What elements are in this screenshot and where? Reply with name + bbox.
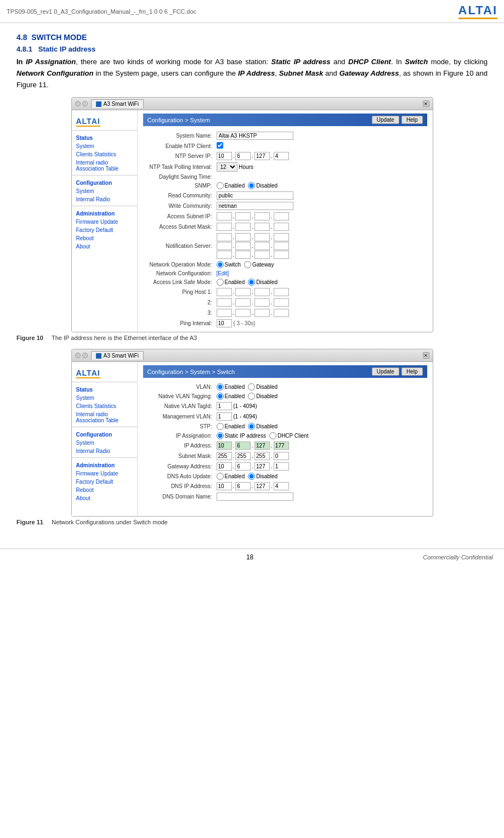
form1-read-community-input[interactable] [217,191,293,200]
sidebar1-factory[interactable]: Factory Default [72,226,137,234]
form1-ntp-ip-3[interactable] [274,152,289,160]
form2-stp-disabled-radio[interactable] [248,423,255,430]
form2-gw-2[interactable] [254,462,270,471]
form1-p3-1[interactable] [235,309,251,317]
sidebar2-factory[interactable]: Factory Default [72,478,137,486]
form2-dns-enabled-radio[interactable] [217,473,224,480]
browser-tab2[interactable]: A3 Smart WiFi [91,351,144,360]
form1-p2-3[interactable] [274,298,289,307]
form1-p3-3[interactable] [274,309,289,317]
ui1-help-btn[interactable]: Help [401,116,423,124]
form2-sm-2[interactable] [254,452,270,460]
sidebar2-clients[interactable]: Clients Statistics [72,402,137,410]
form1-ns2-1[interactable] [235,242,251,250]
form2-sm-1[interactable] [235,452,251,460]
form1-ntp-ip-2[interactable] [254,152,270,160]
sidebar2-internal-radio[interactable]: Internal radio Association Table [72,410,137,424]
sidebar1-internal-radio[interactable]: Internal radio Association Table [72,158,137,173]
form1-network-config-edit[interactable]: [Edit] [217,270,229,276]
form1-p2-2[interactable] [254,298,270,307]
form1-ns3-2[interactable] [254,251,270,259]
form1-system-name-input[interactable] [217,132,293,140]
sidebar1-about[interactable]: About [72,242,137,251]
form1-p1-1[interactable] [235,288,251,296]
browser-close2[interactable]: ✕ [423,352,429,359]
form2-static-ip-radio[interactable] [217,432,224,439]
form2-dns-1[interactable] [235,482,251,490]
sidebar2-firmware[interactable]: Firmware Update [72,469,137,478]
form1-ping-interval-input[interactable] [217,319,232,327]
form1-p3-0[interactable] [217,309,232,317]
form2-sm-0[interactable] [217,452,232,460]
browser-tab1[interactable]: A3 Smart WiFi [91,99,144,108]
sidebar1-system[interactable]: System [72,142,137,150]
form2-ip-1[interactable] [235,441,251,450]
form1-ns1-1[interactable] [235,233,251,241]
form1-p2-0[interactable] [217,298,232,307]
form1-ns2-3[interactable] [274,242,289,250]
sidebar2-system[interactable]: System [72,394,137,402]
sidebar1-config-radio[interactable]: Internal Radio [72,195,137,203]
form2-gw-1[interactable] [235,462,251,471]
sidebar2-reboot[interactable]: Reboot [72,486,137,494]
form2-ip-3[interactable] [274,441,289,450]
form2-dns-2[interactable] [254,482,270,490]
form2-dns-0[interactable] [217,482,232,490]
form1-asip-2[interactable] [254,212,270,220]
form1-ns1-0[interactable] [217,233,232,241]
form1-ntp-enable-checkbox[interactable] [217,142,223,149]
form1-asm-0[interactable] [217,223,232,231]
form1-ns3-0[interactable] [217,251,232,259]
form2-dns-domain-input[interactable] [217,492,293,501]
form2-dns-3[interactable] [274,482,289,490]
form1-ntp-ip-1[interactable] [235,152,251,160]
browser-minimize2[interactable] [75,353,81,358]
form2-sm-3[interactable] [274,452,289,460]
sidebar1-clients[interactable]: Clients Statistics [72,150,137,158]
form2-dns-disabled-radio[interactable] [248,473,255,480]
ui2-help-btn[interactable]: Help [401,367,423,376]
form1-p1-2[interactable] [254,288,270,296]
form2-ip-0[interactable] [217,441,232,450]
form2-native-vlan-tagid-input[interactable] [217,402,232,410]
form1-p3-2[interactable] [254,309,270,317]
form1-asip-0[interactable] [217,212,232,220]
browser-minimize[interactable] [75,101,81,106]
form1-ns3-3[interactable] [274,251,289,259]
browser-close1[interactable]: ✕ [423,100,429,107]
ui2-update-btn[interactable]: Update [372,367,399,376]
form1-gateway-radio[interactable] [244,261,251,268]
form1-p2-1[interactable] [235,298,251,307]
sidebar2-config-radio[interactable]: Internal Radio [72,447,137,455]
form2-gw-3[interactable] [274,462,289,471]
form1-snmp-enabled-radio[interactable] [217,182,224,189]
form1-snmp-disabled-radio[interactable] [248,182,255,189]
form2-mgmt-vlan-input[interactable] [217,412,232,421]
form2-vlan-disabled-radio[interactable] [248,383,255,390]
form2-nvt-disabled-radio[interactable] [248,393,255,400]
form1-ntp-ip-0[interactable] [217,152,232,160]
form2-stp-enabled-radio[interactable] [217,423,224,430]
form2-dhcp-radio[interactable] [269,432,276,439]
form1-switch-radio[interactable] [217,261,224,268]
form1-write-community-input[interactable] [217,202,293,210]
sidebar1-config-system[interactable]: System [72,187,137,195]
form1-ntp-poll-select[interactable]: 12 [217,162,237,172]
form1-ns3-1[interactable] [235,251,251,259]
ui1-update-btn[interactable]: Update [372,116,399,124]
sidebar1-firmware[interactable]: Firmware Update [72,218,137,226]
browser-maximize2[interactable] [82,353,88,358]
form1-asip-1[interactable] [235,212,251,220]
form2-vlan-enabled-radio[interactable] [217,383,224,390]
sidebar2-config-system[interactable]: System [72,439,137,447]
sidebar1-reboot[interactable]: Reboot [72,234,137,242]
browser-maximize[interactable] [82,101,88,106]
form1-ns1-2[interactable] [254,233,270,241]
form1-asm-1[interactable] [235,223,251,231]
form1-asm-3[interactable] [274,223,289,231]
form1-p1-0[interactable] [217,288,232,296]
form2-nvt-enabled-radio[interactable] [217,393,224,400]
form1-asm-2[interactable] [254,223,270,231]
form1-ns2-2[interactable] [254,242,270,250]
sidebar2-about[interactable]: About [72,494,137,502]
